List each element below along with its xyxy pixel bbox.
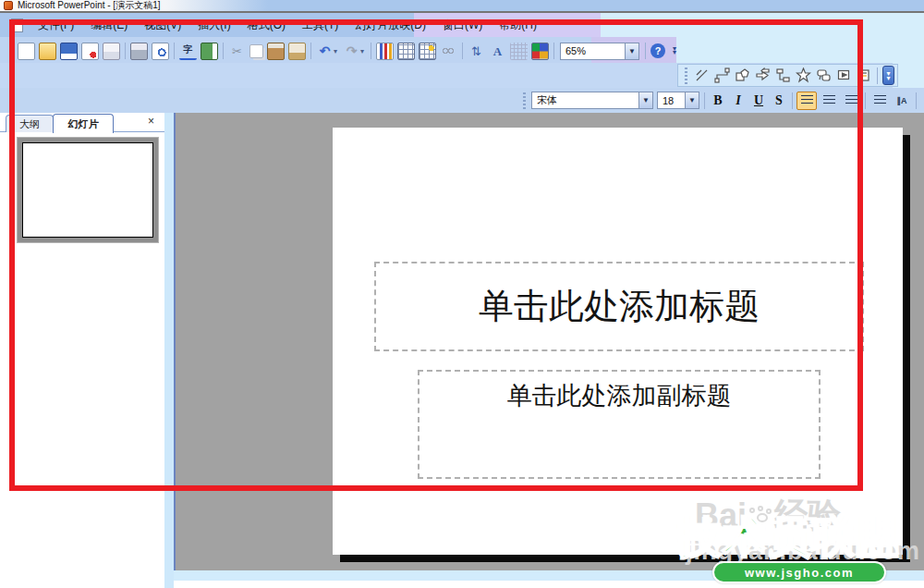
print-icon[interactable] (130, 43, 148, 60)
spelling-icon[interactable]: 字 (179, 43, 197, 60)
cut-icon[interactable]: ✂ (228, 43, 246, 60)
menu-item[interactable]: 工具(T) (294, 18, 346, 33)
separator (371, 43, 371, 59)
numbering-button[interactable] (920, 92, 924, 110)
tab-slides[interactable]: 幻灯片 (53, 114, 114, 133)
callouts-icon[interactable] (814, 67, 833, 84)
tab-outline[interactable]: 大纲 (6, 115, 54, 132)
panel-splitter[interactable] (164, 113, 174, 588)
font-size-value: 18 (658, 95, 685, 106)
mail-icon[interactable] (103, 43, 120, 60)
separator (462, 43, 463, 59)
permission-icon[interactable] (81, 43, 99, 60)
separator (125, 43, 126, 59)
bold-button[interactable]: B (709, 92, 727, 110)
insert-chart-icon[interactable] (376, 43, 394, 60)
standard-toolbar: 字✂↶▾↷▾⇅A65%▼?▾▾ (0, 37, 924, 63)
align-left-button[interactable] (796, 92, 817, 110)
document-icon (11, 18, 23, 32)
font-size-combo[interactable]: 18 ▼ (657, 92, 699, 109)
align-right-icon (845, 95, 857, 105)
subtitle-placeholder[interactable]: 单击此处添加副标题 (418, 370, 821, 479)
menu-item[interactable]: 编辑(E) (82, 18, 136, 33)
background-patch-cyan2 (676, 37, 924, 63)
connectors-icon[interactable] (712, 67, 731, 84)
watermark-brand: 技术员联盟 (678, 508, 900, 567)
italic-button[interactable]: I (729, 92, 748, 110)
zoom-combo[interactable]: 65%▼ (560, 43, 639, 60)
expand-all-icon[interactable]: ⇅ (468, 43, 485, 60)
separator (877, 67, 878, 84)
slide-thumbnail[interactable] (22, 142, 153, 238)
insert-table-icon[interactable] (397, 43, 415, 60)
align-center-button[interactable] (819, 92, 839, 110)
undo-icon[interactable]: ↶ (316, 43, 334, 60)
toolbar-drag-handle[interactable] (9, 43, 12, 59)
chevron-down-icon[interactable]: ▼ (625, 43, 638, 59)
draw-table-icon[interactable] (419, 43, 436, 60)
separator (916, 92, 917, 109)
format-painter-icon[interactable] (288, 43, 306, 60)
stars-banners-icon[interactable] (794, 67, 812, 84)
menu-item[interactable]: 插入(I) (189, 18, 238, 33)
action-buttons-icon[interactable] (834, 67, 853, 84)
align-center-icon (823, 95, 835, 105)
underline-button[interactable]: U (749, 92, 768, 110)
copy-icon[interactable] (249, 44, 263, 58)
font-name-value: 宋体 (532, 93, 638, 107)
separator (704, 92, 705, 109)
autoshapes-toolbar: ▾▾ (677, 64, 898, 87)
more-autoshapes-icon[interactable] (855, 67, 873, 84)
menu-item[interactable]: 视图(V) (136, 18, 189, 33)
block-arrows-icon[interactable] (753, 67, 772, 84)
hyperlink-icon[interactable] (440, 43, 457, 60)
redo-icon[interactable]: ↷ (343, 43, 360, 60)
menu-items: 文件(F)编辑(E)视图(V)插入(I)格式(O)工具(T)幻灯片放映(D)窗口… (30, 13, 545, 37)
paste-icon[interactable] (267, 43, 285, 60)
help-icon[interactable]: ? (650, 43, 665, 58)
separator (310, 43, 311, 59)
vertical-text-icon: ∥A (897, 96, 907, 105)
menu-item[interactable]: 帮助(H) (491, 18, 545, 33)
save-icon[interactable] (60, 43, 78, 60)
align-right-button[interactable] (841, 92, 861, 110)
zoom-value: 65% (561, 45, 625, 56)
title-placeholder[interactable]: 单击此处添加标题 (374, 262, 864, 351)
toolbar-strip: ▾▾ (0, 63, 924, 88)
chevron-down-icon[interactable]: ▼ (685, 92, 699, 108)
research-icon[interactable] (201, 43, 218, 60)
menu-item[interactable]: 幻灯片放映(D) (346, 18, 434, 33)
separator (792, 92, 793, 109)
show-formatting-icon[interactable]: A (489, 43, 506, 60)
chevron-down-icon[interactable]: ▼ (638, 92, 652, 108)
lines-icon[interactable] (692, 67, 711, 84)
menu-item[interactable]: 文件(F) (30, 18, 82, 33)
powerpoint-window: Microsoft PowerPoint - [演示文稿1] 文件(F)编辑(E… (0, 0, 924, 588)
toolbar-options-button[interactable]: ▾▾ (669, 41, 680, 61)
watermark-url-pill: www.jsgho.com (712, 561, 886, 583)
open-icon[interactable] (39, 43, 56, 60)
toolbar-drag-handle[interactable] (685, 67, 687, 84)
undo-dropdown-icon[interactable]: ▾ (334, 47, 341, 55)
fill-color-icon[interactable] (531, 43, 549, 60)
line-spacing-button[interactable] (869, 92, 890, 110)
menu-item[interactable]: 窗口(W) (434, 18, 491, 33)
toolbar-drag-handle[interactable] (523, 92, 526, 109)
title-bar: Microsoft PowerPoint - [演示文稿1] (0, 0, 924, 11)
print-preview-icon[interactable] (152, 43, 169, 60)
toolbar-options-button[interactable]: ▾▾ (882, 66, 894, 85)
shadow-button[interactable]: S (770, 92, 788, 110)
slide-thumbnail-selected[interactable] (17, 137, 159, 243)
basic-shapes-icon[interactable] (733, 67, 751, 84)
align-left-icon (801, 95, 813, 105)
vertical-text-button[interactable]: ∥A (892, 92, 912, 110)
menu-item[interactable]: 格式(O) (239, 18, 294, 33)
formatting-toolbar: 宋体 ▼ 18 ▼ B I U S ∥A (0, 88, 924, 113)
redo-dropdown-icon[interactable]: ▾ (360, 47, 368, 55)
close-icon[interactable]: × (145, 116, 157, 128)
flowchart-icon[interactable] (773, 67, 792, 84)
font-name-combo[interactable]: 宋体 ▼ (531, 92, 653, 109)
separator (865, 92, 866, 109)
grid-icon[interactable] (510, 43, 528, 60)
new-icon[interactable] (18, 43, 35, 60)
